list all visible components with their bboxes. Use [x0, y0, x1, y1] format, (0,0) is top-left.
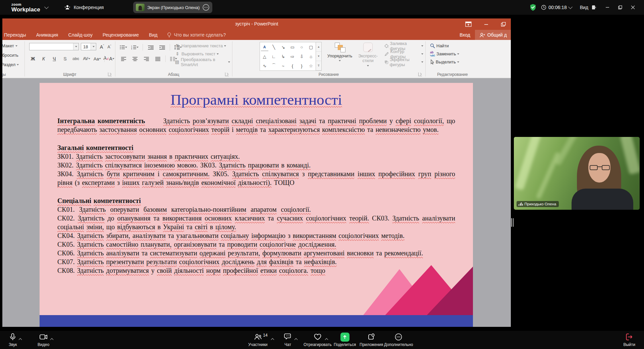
align-text-button[interactable]: ⇕Выровнять текст	[175, 50, 230, 57]
tab-options-ellipsis-icon[interactable]	[202, 4, 210, 11]
grow-font-button[interactable]: Aˆ	[98, 43, 106, 51]
increase-indent-button[interactable]	[158, 43, 166, 51]
share-document-button[interactable]: Общий д	[475, 30, 511, 40]
shape-gallery-item-11[interactable]: ⌂	[307, 53, 315, 60]
tab-review[interactable]: Рецензирование	[98, 30, 144, 40]
ppt-restore-button[interactable]	[501, 22, 506, 27]
tab-transitions[interactable]: Переходы	[2, 30, 31, 40]
drawing-dialog-launcher-icon[interactable]	[418, 72, 422, 76]
shapes-scroll-up-icon[interactable]: ▲	[316, 42, 321, 52]
slide-canvas[interactable]: Програмні компетентності Інтегральна ком…	[40, 83, 473, 327]
reset-button[interactable]: Сбросить	[2, 53, 18, 58]
bullets-button[interactable]	[120, 43, 127, 51]
group-editing-label: Редактирование	[427, 72, 478, 77]
shape-gallery-item-1[interactable]: ╲	[270, 43, 277, 51]
shape-gallery-item-12[interactable]: ∿	[261, 62, 268, 69]
shrink-font-button[interactable]: Aˇ	[106, 43, 113, 51]
sign-in-button[interactable]: Вход	[455, 30, 475, 40]
numbering-button[interactable]: 123	[131, 43, 139, 51]
audio-button[interactable]: Звук	[9, 333, 17, 347]
shape-gallery-item-0[interactable]: A	[261, 43, 268, 51]
quick-styles-button[interactable]: Экспресс-стили	[355, 40, 381, 66]
leave-button[interactable]: Выйти	[623, 333, 635, 347]
chat-button[interactable]: Чат	[283, 333, 292, 347]
shape-gallery-item-14[interactable]: ~	[279, 62, 287, 69]
participants-options-chevron-icon[interactable]	[271, 338, 274, 342]
justify-button[interactable]	[154, 55, 161, 63]
ribbon-display-options-icon[interactable]	[465, 21, 472, 27]
shape-gallery-item-9[interactable]: ⇨	[289, 53, 296, 60]
chat-options-chevron-icon[interactable]	[294, 338, 298, 342]
shapes-scroll-down-icon[interactable]: ▼	[316, 52, 321, 61]
security-shield-icon[interactable]	[530, 4, 536, 11]
shape-gallery-item-6[interactable]: △	[261, 53, 268, 60]
shape-gallery-item-8[interactable]: ↳	[279, 53, 287, 60]
change-case-button[interactable]: Аа	[94, 55, 101, 63]
tell-me-box[interactable]: Что вы хотите сделать?	[162, 30, 230, 40]
logo-workplace-text: Workplace	[11, 7, 40, 12]
italic-button[interactable]: К	[40, 55, 47, 63]
zoom-maximize-button[interactable]	[614, 0, 627, 15]
tab-screen-share[interactable]: Экран (Приходько Олена)	[133, 2, 212, 13]
tab-animations[interactable]: Анимация	[31, 30, 63, 40]
paragraph-dialog-launcher-icon[interactable]	[225, 72, 229, 76]
shape-gallery-item-16[interactable]: }	[298, 62, 305, 69]
shape-gallery-item-2[interactable]: ↘	[279, 43, 287, 51]
shape-gallery-item-4[interactable]: ○	[298, 43, 305, 51]
convert-smartart-button[interactable]: ▤Преобразовать в SmartArt	[175, 58, 230, 65]
decrease-indent-button[interactable]	[147, 43, 154, 51]
align-left-button[interactable]	[120, 55, 127, 63]
section-button[interactable]: Раздел	[2, 62, 19, 67]
video-options-chevron-icon[interactable]	[50, 338, 53, 342]
shape-outline-button[interactable]: Контур фигуры	[384, 50, 423, 57]
zoom-close-button[interactable]	[627, 0, 639, 15]
font-dialog-launcher-icon[interactable]	[108, 72, 112, 76]
character-spacing-button[interactable]: AV	[83, 55, 90, 63]
underline-button[interactable]: Ч	[51, 55, 58, 63]
shapes-more-icon[interactable]: ⊽	[316, 61, 321, 70]
shape-fill-button[interactable]: Заливка фигуры	[384, 42, 423, 49]
react-options-chevron-icon[interactable]	[325, 338, 328, 342]
ppt-minimize-button[interactable]	[484, 22, 489, 27]
align-center-button[interactable]	[131, 55, 139, 63]
tab-slideshow[interactable]: Слайд-шоу	[63, 30, 98, 40]
select-button[interactable]: Выделить	[430, 58, 459, 65]
workspace-chevron-down-icon[interactable]	[44, 5, 49, 9]
text-shadow-button[interactable]: S	[61, 55, 69, 63]
shapes-gallery-scrollbar[interactable]: ▲ ▼ ⊽	[316, 42, 322, 71]
panel-drag-handle[interactable]	[511, 218, 514, 227]
font-color-button[interactable]: А	[108, 55, 115, 63]
more-button[interactable]: Дополнительно	[384, 333, 413, 347]
share-screen-button[interactable]: Поделиться	[334, 333, 356, 347]
font-name-combo[interactable]	[29, 43, 79, 50]
shape-gallery-item-17[interactable]: ☆	[307, 62, 315, 69]
participants-button[interactable]: 14 Участники	[248, 333, 267, 347]
arrange-button[interactable]: Упорядочить	[325, 40, 354, 61]
shape-gallery-item-5[interactable]: ▢	[307, 43, 315, 51]
layout-button[interactable]: Макет	[2, 43, 17, 48]
replace-button[interactable]: ab⤷ac Заменить	[430, 50, 459, 57]
apps-button[interactable]: Приложения	[360, 333, 383, 347]
meeting-timer[interactable]: 00:06:18	[541, 5, 572, 10]
align-right-button[interactable]	[143, 55, 150, 63]
shape-effects-button[interactable]: Эффекты фигуры	[384, 58, 423, 65]
view-button[interactable]: Вид	[580, 5, 596, 10]
video-button[interactable]: Видео	[38, 333, 49, 347]
react-button[interactable]: Отреагировать	[304, 333, 332, 347]
find-button[interactable]: Найти	[430, 42, 459, 49]
tab-view[interactable]: Вид	[144, 30, 162, 40]
audio-options-chevron-icon[interactable]	[19, 338, 22, 342]
participant-video-tile[interactable]: Приходько Олена	[514, 137, 640, 210]
tab-meeting[interactable]: Конференция	[64, 4, 104, 11]
slide-body-text: Інтегральна компетентність Здатність роз…	[57, 116, 455, 275]
shape-gallery-item-3[interactable]: ▭	[289, 43, 296, 51]
text-direction-button[interactable]: ⇅Направление текста	[175, 42, 230, 49]
shape-gallery-item-10[interactable]: ⇩	[298, 53, 305, 60]
bold-button[interactable]: Ж	[29, 55, 37, 63]
font-size-combo[interactable]: 18	[81, 43, 96, 50]
shape-gallery-item-15[interactable]: {	[289, 62, 296, 69]
strikethrough-button[interactable]: abc	[72, 55, 79, 63]
shape-gallery-item-13[interactable]: ⌒	[270, 62, 277, 69]
shape-gallery-item-7[interactable]: ∟	[270, 53, 277, 60]
zoom-minimize-button[interactable]	[601, 0, 614, 15]
